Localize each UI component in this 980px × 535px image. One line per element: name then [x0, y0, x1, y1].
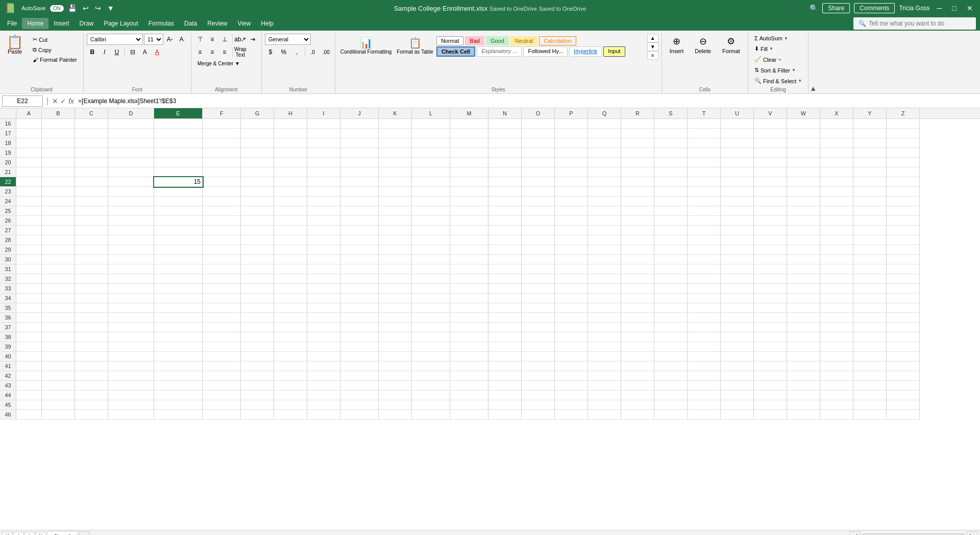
cell-V33[interactable]: [754, 284, 787, 294]
col-header-N[interactable]: N: [488, 108, 522, 118]
cell-G29[interactable]: [241, 245, 274, 255]
save-icon[interactable]: 💾: [66, 3, 79, 13]
cell-E28[interactable]: [154, 235, 203, 245]
cell-Q27[interactable]: [588, 226, 621, 235]
cell-X32[interactable]: [820, 274, 853, 284]
cell-M36[interactable]: [450, 313, 488, 323]
fill-color-button[interactable]: A: [139, 46, 151, 58]
cell-P18[interactable]: [555, 138, 588, 148]
cell-J20[interactable]: [340, 158, 379, 167]
cell-I24[interactable]: [307, 197, 340, 206]
sheet-nav-prev[interactable]: ⟨: [13, 532, 23, 536]
cell-R40[interactable]: [621, 352, 654, 361]
cell-G33[interactable]: [241, 284, 274, 294]
cell-B31[interactable]: [42, 264, 75, 274]
cell-J38[interactable]: [340, 332, 379, 342]
cell-N26[interactable]: [488, 216, 522, 226]
cell-H42[interactable]: [274, 371, 307, 381]
cell-F45[interactable]: [203, 400, 241, 410]
cell-V17[interactable]: [754, 129, 787, 138]
cell-Z43[interactable]: [887, 381, 920, 391]
cell-O33[interactable]: [522, 284, 555, 294]
cell-S19[interactable]: [654, 148, 688, 158]
cell-G21[interactable]: [241, 167, 274, 177]
cell-J29[interactable]: [340, 245, 379, 255]
scroll-left-button[interactable]: ◀: [849, 531, 861, 535]
cell-X20[interactable]: [820, 158, 853, 167]
cell-J35[interactable]: [340, 303, 379, 313]
cell-P43[interactable]: [555, 381, 588, 391]
cell-R20[interactable]: [621, 158, 654, 167]
cell-C30[interactable]: [75, 255, 108, 264]
cell-L28[interactable]: [412, 235, 450, 245]
cell-M20[interactable]: [450, 158, 488, 167]
cell-E26[interactable]: [154, 216, 203, 226]
cell-J39[interactable]: [340, 342, 379, 352]
cell-H44[interactable]: [274, 391, 307, 400]
cell-G31[interactable]: [241, 264, 274, 274]
cell-X26[interactable]: [820, 216, 853, 226]
cell-C38[interactable]: [75, 332, 108, 342]
cell-C31[interactable]: [75, 264, 108, 274]
cell-J24[interactable]: [340, 197, 379, 206]
cell-S31[interactable]: [654, 264, 688, 274]
cell-W44[interactable]: [787, 391, 820, 400]
row-number-40[interactable]: 40: [0, 352, 16, 361]
cell-C42[interactable]: [75, 371, 108, 381]
cell-M39[interactable]: [450, 342, 488, 352]
col-header-G[interactable]: G: [241, 108, 274, 118]
cell-U40[interactable]: [721, 352, 754, 361]
cell-M33[interactable]: [450, 284, 488, 294]
cell-S45[interactable]: [654, 400, 688, 410]
cell-H23[interactable]: [274, 187, 307, 197]
cell-I34[interactable]: [307, 294, 340, 303]
cell-X40[interactable]: [820, 352, 853, 361]
cell-I21[interactable]: [307, 167, 340, 177]
cell-P39[interactable]: [555, 342, 588, 352]
percent-button[interactable]: %: [278, 46, 289, 58]
grow-font-button[interactable]: A+: [164, 34, 176, 45]
cell-D45[interactable]: [108, 400, 154, 410]
style-followed[interactable]: Followed Hy...: [523, 46, 568, 57]
cell-V24[interactable]: [754, 197, 787, 206]
row-number-46[interactable]: 46: [0, 410, 16, 420]
cell-I35[interactable]: [307, 303, 340, 313]
row-number-41[interactable]: 41: [0, 361, 16, 371]
cell-V37[interactable]: [754, 323, 787, 332]
cell-E34[interactable]: [154, 294, 203, 303]
cell-J16[interactable]: [340, 119, 379, 129]
cell-L39[interactable]: [412, 342, 450, 352]
cell-L17[interactable]: [412, 129, 450, 138]
cell-T32[interactable]: [688, 274, 721, 284]
cell-R29[interactable]: [621, 245, 654, 255]
cell-Y36[interactable]: [853, 313, 887, 323]
row-number-30[interactable]: 30: [0, 255, 16, 264]
cell-M18[interactable]: [450, 138, 488, 148]
cell-D31[interactable]: [108, 264, 154, 274]
increase-decimal-button[interactable]: .00: [321, 46, 332, 58]
style-input[interactable]: Input: [603, 46, 625, 57]
cell-R16[interactable]: [621, 119, 654, 129]
cell-P26[interactable]: [555, 216, 588, 226]
cell-Q44[interactable]: [588, 391, 621, 400]
cell-B41[interactable]: [42, 361, 75, 371]
cell-I44[interactable]: [307, 391, 340, 400]
cell-Y35[interactable]: [853, 303, 887, 313]
cell-G45[interactable]: [241, 400, 274, 410]
cell-J27[interactable]: [340, 226, 379, 235]
cell-M25[interactable]: [450, 206, 488, 216]
cell-A31[interactable]: [16, 264, 42, 274]
cell-N41[interactable]: [488, 361, 522, 371]
cell-Z18[interactable]: [887, 138, 920, 148]
cell-A43[interactable]: [16, 381, 42, 391]
cell-V39[interactable]: [754, 342, 787, 352]
shrink-font-button[interactable]: A-: [177, 34, 188, 45]
cell-Q36[interactable]: [588, 313, 621, 323]
cell-T21[interactable]: [688, 167, 721, 177]
cell-L37[interactable]: [412, 323, 450, 332]
cell-K28[interactable]: [379, 235, 412, 245]
cell-Q22[interactable]: [588, 177, 621, 187]
cell-W17[interactable]: [787, 129, 820, 138]
cell-G34[interactable]: [241, 294, 274, 303]
cell-R34[interactable]: [621, 294, 654, 303]
